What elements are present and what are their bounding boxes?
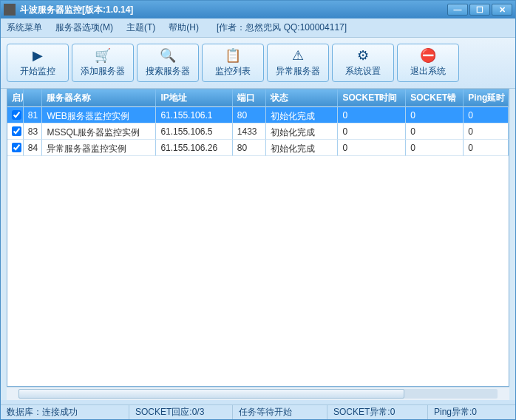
cell-ping: 0 [464, 140, 509, 156]
col-id[interactable] [24, 89, 43, 107]
col-enable[interactable]: 启用 [7, 89, 24, 107]
menu-help[interactable]: 帮助(H) [169, 21, 199, 34]
app-icon [4, 4, 16, 16]
cell-port: 1433 [233, 123, 266, 140]
table-row[interactable]: 84异常服务器监控实例61.155.106.2680初始化完成000 [7, 140, 509, 156]
cell-socket-time: 0 [338, 107, 406, 123]
table-row[interactable]: 81WEB服务器监控实例61.155.106.180初始化完成000 [7, 107, 509, 123]
enable-checkbox[interactable] [12, 143, 21, 152]
status-db: 数据库：连接成功 [1, 405, 129, 419]
cell-status: 初始化完成 [266, 107, 339, 123]
cell-id: 81 [24, 107, 43, 123]
cell-socket-err: 0 [406, 123, 464, 140]
toolbar: ▶ 开始监控 🛒 添加服务器 🔍 搜索服务器 📋 监控列表 ⚠ 异常服务器 ⚙ … [1, 38, 515, 89]
statusbar: 数据库：连接成功 SOCKET回应:0/3 任务等待开始 SOCKET异常:0 … [1, 404, 515, 419]
enable-checkbox[interactable] [12, 126, 21, 136]
cell-port: 80 [233, 107, 266, 123]
cell-ip: 61.155.106.26 [156, 140, 232, 156]
cell-ping: 0 [464, 107, 509, 123]
cell-name: MSSQL服务器监控实例 [42, 123, 156, 140]
cell-id: 84 [24, 140, 43, 156]
cell-socket-time: 0 [338, 140, 406, 156]
gear-icon: ⚙ [357, 49, 369, 62]
col-ping[interactable]: Ping延时 [464, 89, 509, 107]
server-table: 启用 服务器名称 IP地址 端口 状态 SOCKET时间 SOCKET错 Pin… [7, 89, 509, 387]
menubar: 系统菜单 服务器选项(M) 主题(T) 帮助(H) [作者：忽然兜风 QQ:10… [1, 18, 515, 38]
table-body: 81WEB服务器监控实例61.155.106.180初始化完成00083MSSQ… [7, 107, 509, 386]
minimize-button[interactable]: — [447, 4, 468, 16]
search-server-button[interactable]: 🔍 搜索服务器 [137, 44, 199, 82]
stop-icon: ⛔ [420, 49, 436, 62]
play-icon: ▶ [33, 49, 43, 62]
search-icon: 🔍 [160, 49, 176, 62]
col-name[interactable]: 服务器名称 [42, 89, 156, 107]
col-ip[interactable]: IP地址 [156, 89, 232, 107]
monitor-list-button[interactable]: 📋 监控列表 [202, 44, 264, 82]
cell-ip: 61.155.106.5 [156, 123, 232, 140]
maximize-button[interactable]: ☐ [469, 4, 490, 16]
enable-checkbox[interactable] [12, 110, 21, 120]
status-socket-abnormal: SOCKET异常:0 [327, 405, 428, 419]
cell-ip: 61.155.106.1 [156, 107, 232, 123]
table-row[interactable]: 83MSSQL服务器监控实例61.155.106.51433初始化完成000 [7, 123, 509, 140]
add-server-button[interactable]: 🛒 添加服务器 [72, 44, 134, 82]
cell-enable[interactable] [7, 123, 24, 140]
titlebar[interactable]: 斗波服务器监控[版本:1.0.14] — ☐ ✕ [1, 1, 515, 18]
cell-socket-err: 0 [406, 140, 464, 156]
menu-system[interactable]: 系统菜单 [7, 21, 42, 34]
cell-port: 80 [233, 140, 266, 156]
cell-enable[interactable] [7, 107, 24, 123]
col-status[interactable]: 状态 [266, 89, 339, 107]
table-header: 启用 服务器名称 IP地址 端口 状态 SOCKET时间 SOCKET错 Pin… [7, 89, 509, 107]
cell-socket-time: 0 [338, 123, 406, 140]
status-ping-abnormal: Ping异常:0 [428, 405, 515, 419]
status-task: 任务等待开始 [233, 405, 327, 419]
start-monitor-button[interactable]: ▶ 开始监控 [7, 44, 69, 82]
col-port[interactable]: 端口 [233, 89, 266, 107]
main-window: 斗波服务器监控[版本:1.0.14] — ☐ ✕ 系统菜单 服务器选项(M) 主… [0, 0, 516, 420]
horizontal-scrollbar[interactable] [7, 387, 509, 400]
window-title: 斗波服务器监控[版本:1.0.14] [20, 4, 447, 16]
cell-enable[interactable] [7, 140, 24, 156]
author-info: [作者：忽然兜风 QQ:100004117] [217, 21, 347, 34]
menu-theme[interactable]: 主题(T) [126, 21, 155, 34]
warning-icon: ⚠ [292, 49, 304, 62]
list-icon: 📋 [225, 49, 241, 62]
status-socket-reply: SOCKET回应:0/3 [129, 405, 233, 419]
cell-status: 初始化完成 [266, 140, 339, 156]
cell-ping: 0 [464, 123, 509, 140]
system-settings-button[interactable]: ⚙ 系统设置 [332, 44, 394, 82]
close-button[interactable]: ✕ [492, 4, 512, 16]
cell-id: 83 [24, 123, 43, 140]
col-socket-err[interactable]: SOCKET错 [406, 89, 464, 107]
cell-name: 异常服务器监控实例 [42, 140, 156, 156]
cell-status: 初始化完成 [266, 123, 339, 140]
menu-server-options[interactable]: 服务器选项(M) [55, 21, 113, 34]
col-socket-time[interactable]: SOCKET时间 [338, 89, 406, 107]
abnormal-server-button[interactable]: ⚠ 异常服务器 [267, 44, 329, 82]
cell-socket-err: 0 [406, 107, 464, 123]
cart-icon: 🛒 [95, 49, 111, 62]
exit-system-button[interactable]: ⛔ 退出系统 [397, 44, 459, 82]
cell-name: WEB服务器监控实例 [42, 107, 156, 123]
